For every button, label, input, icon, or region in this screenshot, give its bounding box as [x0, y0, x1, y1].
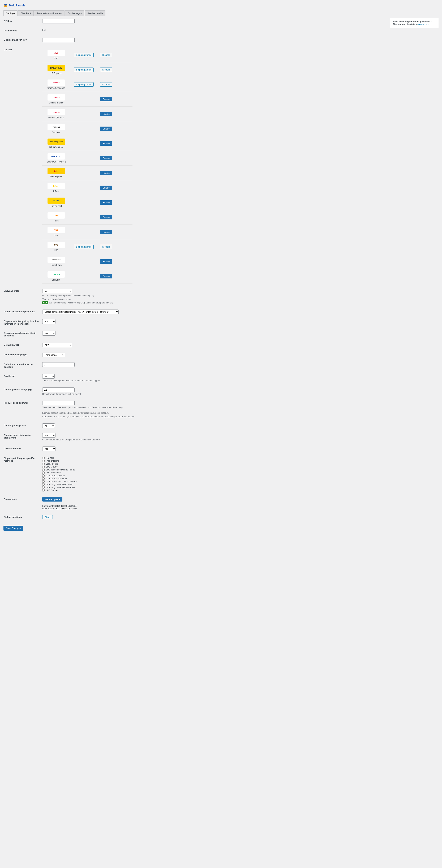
disable-button[interactable]: Disable	[100, 53, 112, 57]
enable-button[interactable]: Enable	[100, 274, 112, 278]
enable-button[interactable]: Enable	[100, 259, 112, 264]
desc-enable-log: This can help find problems faster. Enab…	[42, 379, 384, 382]
carrier-row: venipakVenipakEnable	[42, 121, 133, 136]
carrier-row: SmartPOSTSmartPOST by ItellaEnable	[42, 151, 133, 166]
label-api-key: API key	[4, 17, 42, 26]
carrier-logo: omniva	[47, 80, 65, 86]
enable-button[interactable]: Enable	[100, 171, 112, 175]
skip-method-row[interactable]: DPD Terminals	[42, 471, 384, 474]
brand-header: MultiParcels	[3, 3, 439, 8]
enable-button[interactable]: Enable	[100, 156, 112, 160]
max-items-input[interactable]	[42, 362, 74, 367]
skip-method-checkbox[interactable]	[42, 466, 44, 468]
gmaps-key-input[interactable]	[42, 38, 74, 42]
skip-method-label: DPD Courier	[45, 465, 59, 468]
help-box: Have any suggestions or problems? Please…	[390, 18, 439, 28]
enable-button[interactable]: Enable	[100, 112, 112, 116]
skip-method-row[interactable]: LP Express Post office delivery	[42, 480, 384, 483]
skip-method-row[interactable]: Free shipping	[42, 460, 384, 462]
enable-button[interactable]: Enable	[100, 215, 112, 219]
skip-method-checkbox[interactable]	[42, 457, 44, 459]
disable-button[interactable]: Disable	[100, 67, 112, 72]
enable-button[interactable]: Enable	[100, 127, 112, 131]
desc-delim-1: You can use this feature to split produc…	[42, 406, 139, 409]
carrier-logo: dpd	[47, 50, 65, 56]
carrier-name: Omniva (Latvia)	[42, 101, 70, 104]
skip-method-checkbox[interactable]	[42, 489, 44, 492]
disable-button[interactable]: Disable	[100, 245, 112, 249]
api-key-input[interactable]	[42, 19, 74, 24]
carrier-name: DPD	[42, 57, 70, 60]
contact-link[interactable]: contact us	[418, 23, 429, 26]
enable-button[interactable]: Enable	[100, 97, 112, 101]
enable-log-select[interactable]: No	[42, 374, 55, 379]
tab-automatic-confirmation[interactable]: Automatic confirmation	[34, 10, 65, 16]
manual-update-button[interactable]: Manual update	[42, 497, 62, 501]
enable-button[interactable]: Enable	[100, 200, 112, 205]
skip-method-checkbox[interactable]	[42, 471, 44, 474]
preferred-pickup-select[interactable]: From hands	[42, 352, 65, 357]
enable-button[interactable]: Enable	[100, 141, 112, 146]
tab-settings[interactable]: Settings	[3, 10, 18, 16]
carrier-logo: omniva	[47, 109, 65, 115]
skip-method-row[interactable]: DPD Courier	[42, 465, 384, 468]
skip-method-row[interactable]: Omniva (Lithuania) Courier	[42, 483, 384, 486]
skip-method-checkbox[interactable]	[42, 469, 44, 471]
skip-method-row[interactable]: Local pickup	[42, 462, 384, 465]
default-carrier-select[interactable]: DPD	[42, 343, 72, 347]
carrier-logo: InPost	[47, 183, 65, 189]
skip-method-row[interactable]: LP Express Courier	[42, 474, 384, 477]
carrier-row: DHLDHL ExpressEnable	[42, 166, 133, 180]
shipping-zones-button[interactable]: Shipping zones	[74, 53, 94, 57]
product-delimiter-input[interactable]	[42, 401, 74, 405]
carrier-row: InPostInPostEnable	[42, 180, 133, 195]
display-pickup-title-select[interactable]: Yes	[42, 331, 56, 336]
tab-checkout[interactable]: Checkout	[18, 10, 33, 16]
show-all-cities-select[interactable]: No	[42, 289, 72, 293]
save-button[interactable]: Save Changes	[3, 526, 24, 531]
skip-method-checkbox[interactable]	[42, 480, 44, 483]
shipping-zones-button[interactable]: Shipping zones	[74, 245, 94, 249]
brand-icon	[3, 3, 8, 8]
default-pkg-size-select[interactable]: XS	[42, 424, 55, 428]
carrier-logo: ParcelStars	[47, 256, 65, 263]
label-display-title: Display pickup location title in checkou…	[4, 329, 42, 340]
desc-show-all-3: NEWYes (group by city) - will show all p…	[42, 301, 384, 304]
skip-method-row[interactable]: Omniva (Lithuania) Terminals	[42, 486, 384, 489]
skip-method-row[interactable]: DPD Terminals/Pickup Points	[42, 468, 384, 471]
label-delim: Product code delimiter	[4, 398, 42, 421]
enable-button[interactable]: Enable	[100, 186, 112, 190]
pickup-location-select[interactable]: Before payment (woocommerce_review_order…	[42, 310, 118, 314]
change-order-select[interactable]: Yes	[42, 433, 56, 438]
label-pickup-loc: Pickup location display place	[4, 307, 42, 316]
disable-button[interactable]: Disable	[100, 82, 112, 87]
label-pref-pickup: Preferred pickup type	[4, 350, 42, 360]
skip-method-checkbox[interactable]	[42, 463, 44, 465]
skip-method-label: LP Express Courier	[45, 474, 65, 477]
label-def-carrier: Default carrier	[4, 340, 42, 350]
desc-change-order: Change order status to "Completed" after…	[42, 438, 384, 441]
tab-sender-details[interactable]: Sender details	[85, 10, 105, 16]
skip-method-row[interactable]: UPS Courier	[42, 489, 384, 492]
tab-carrier-logos[interactable]: Carrier logos	[65, 10, 84, 16]
skip-method-checkbox[interactable]	[42, 483, 44, 486]
shipping-zones-button[interactable]: Shipping zones	[74, 67, 94, 72]
default-weight-input[interactable]	[42, 388, 74, 392]
skip-method-checkbox[interactable]	[42, 474, 44, 477]
skip-method-row[interactable]: LP Express Terminals	[42, 477, 384, 480]
enable-button[interactable]: Enable	[100, 230, 112, 234]
skip-method-checkbox[interactable]	[42, 460, 44, 462]
shipping-zones-button[interactable]: Shipping zones	[74, 82, 94, 87]
skip-method-label: DPD Terminals/Pickup Points	[45, 468, 75, 471]
display-selected-pickup-select[interactable]: Yes	[42, 319, 56, 324]
carrier-row: omnivaOmniva (Estonia)Enable	[42, 106, 133, 121]
carrier-logo: PASTS	[47, 197, 65, 204]
skip-method-label: Local pickup	[45, 462, 58, 465]
show-pickup-button[interactable]: Show	[42, 515, 53, 519]
skip-method-checkbox[interactable]	[42, 486, 44, 489]
skip-method-row[interactable]: Flat rate	[42, 457, 384, 459]
download-labels-select[interactable]: Yes	[42, 446, 56, 451]
carrier-logo: posti	[47, 212, 65, 219]
carrier-logo: UPS	[47, 242, 65, 248]
skip-method-checkbox[interactable]	[42, 477, 44, 479]
